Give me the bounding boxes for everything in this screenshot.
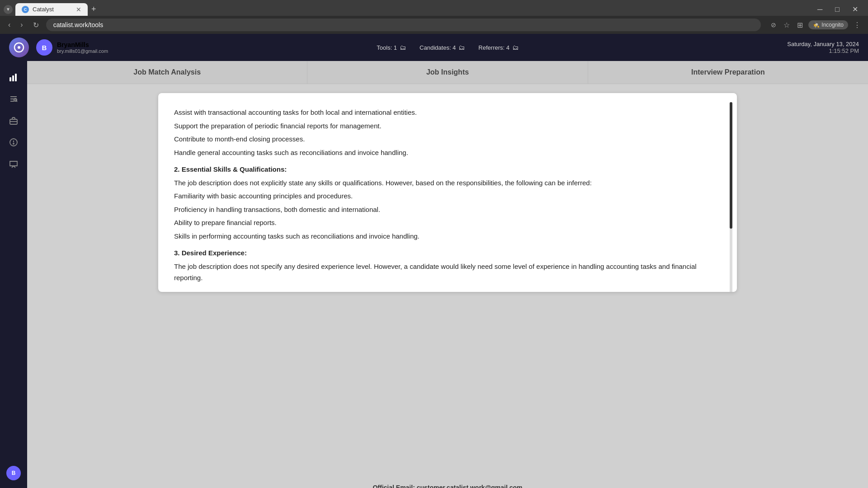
candidates-stat: Candidates: 4 🗂 xyxy=(420,44,465,51)
official-email-value: customer.catalist.work@gmail.com xyxy=(417,484,523,488)
address-bar[interactable] xyxy=(46,19,761,31)
close-tab-button[interactable]: ✕ xyxy=(76,6,81,13)
sidebar-item-analytics[interactable] xyxy=(5,68,23,86)
header-datetime: Saturday, January 13, 2024 1:15:52 PM xyxy=(787,41,859,54)
cast-icon[interactable]: ⊘ xyxy=(769,19,778,30)
tab-interview-preparation[interactable]: Interview Preparation xyxy=(588,61,868,84)
sidebar-logout-icon[interactable] xyxy=(5,484,23,488)
tabs-header: Job Match Analysis Job Insights Intervie… xyxy=(27,61,868,84)
app-header: B BryanMills bry.mills01@gmail.com Tools… xyxy=(0,34,868,61)
app-logo xyxy=(9,38,29,57)
back-button[interactable]: ‹ xyxy=(5,19,13,31)
sidebar-item-insights[interactable] xyxy=(5,133,23,151)
sidebar-user-avatar[interactable]: B xyxy=(6,466,21,480)
user-name: BryanMills xyxy=(57,41,108,48)
scrollbar-track[interactable] xyxy=(730,102,732,292)
header-stats: Tools: 1 🗂 Candidates: 4 🗂 Referrers: 4 … xyxy=(377,44,519,51)
content-area: Assist with transactional accounting tas… xyxy=(27,84,868,475)
sidebar-item-briefcase[interactable] xyxy=(5,112,23,130)
sidebar: B xyxy=(0,61,27,488)
maximize-button[interactable]: □ xyxy=(829,3,846,15)
section2-item-1: Familiarity with basic accounting princi… xyxy=(174,190,721,202)
official-email-label: Official Email: xyxy=(373,484,415,488)
tab-list-button[interactable]: ▼ xyxy=(4,5,13,14)
scrollbar-thumb[interactable] xyxy=(730,102,732,229)
user-info: B BryanMills bry.mills01@gmail.com xyxy=(36,39,108,56)
sidebar-toggle-icon[interactable]: ⊞ xyxy=(795,19,805,31)
svg-point-14 xyxy=(13,143,14,144)
active-tab[interactable]: C Catalyst ✕ xyxy=(15,3,88,16)
referrers-stat: Referrers: 4 🗂 xyxy=(478,44,519,51)
section2-title: 2. Essential Skills & Qualifications: xyxy=(174,164,721,175)
section4-title: 4. Company Culture or Values: xyxy=(174,289,721,292)
para-4: Handle general accounting tasks such as … xyxy=(174,147,721,159)
tools-stat: Tools: 1 🗂 xyxy=(377,44,406,51)
header-date: Saturday, January 13, 2024 xyxy=(787,41,859,47)
section2-intro: The job description does not explicitly … xyxy=(174,177,721,189)
tab-job-insights[interactable]: Job Insights xyxy=(307,61,588,84)
section2-item-2: Proficiency in handling transactions, bo… xyxy=(174,204,721,216)
incognito-badge: 🕵 Incognito xyxy=(808,20,848,29)
page-footer: Official Email: customer.catalist.work@g… xyxy=(27,475,868,488)
forward-button[interactable]: › xyxy=(18,19,25,31)
tools-icon: 🗂 xyxy=(400,44,406,51)
close-window-button[interactable]: ✕ xyxy=(846,3,864,15)
minimize-button[interactable]: ─ xyxy=(811,3,829,15)
svg-rect-2 xyxy=(9,77,11,81)
para-3: Contribute to month-end closing processe… xyxy=(174,133,721,145)
tab-job-match-analysis[interactable]: Job Match Analysis xyxy=(27,61,307,84)
section2-item-4: Skills in performing accounting tasks su… xyxy=(174,230,721,242)
section2-item-3: Ability to prepare financial reports. xyxy=(174,217,721,229)
para-2: Support the preparation of periodic fina… xyxy=(174,120,721,132)
document-card: Assist with transactional accounting tas… xyxy=(158,93,737,292)
user-details: BryanMills bry.mills01@gmail.com xyxy=(57,41,108,54)
sidebar-item-messages[interactable] xyxy=(5,155,23,173)
svg-rect-4 xyxy=(15,74,17,81)
refresh-button[interactable]: ↻ xyxy=(30,19,42,31)
section3-title: 3. Desired Experience: xyxy=(174,247,721,259)
avatar: B xyxy=(36,39,52,56)
referrers-icon: 🗂 xyxy=(512,44,519,51)
user-email: bry.mills01@gmail.com xyxy=(57,48,108,54)
menu-button[interactable]: ⋮ xyxy=(852,19,863,31)
new-tab-button[interactable]: + xyxy=(88,3,100,16)
svg-rect-3 xyxy=(12,75,14,81)
bookmark-icon[interactable]: ☆ xyxy=(782,19,792,31)
para-1: Assist with transactional accounting tas… xyxy=(174,107,721,118)
svg-point-1 xyxy=(18,46,20,49)
header-time: 1:15:52 PM xyxy=(787,47,859,54)
section3-text: The job description does not specify any… xyxy=(174,261,721,284)
official-email: Official Email: customer.catalist.work@g… xyxy=(36,484,859,488)
tab-favicon: C xyxy=(22,6,29,13)
document-content: Assist with transactional accounting tas… xyxy=(174,107,721,292)
tab-title: Catalyst xyxy=(33,6,54,13)
candidates-icon: 🗂 xyxy=(458,44,465,51)
sidebar-item-tools[interactable] xyxy=(5,90,23,108)
